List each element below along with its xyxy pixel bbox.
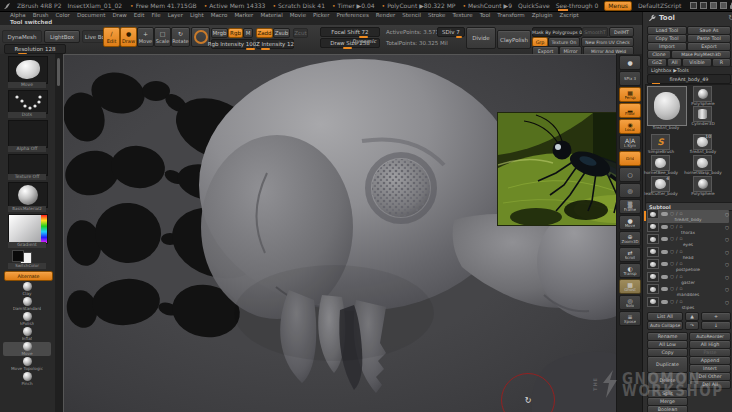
tool-thumb[interactable]: 4 leafCutter_body: [651, 176, 670, 192]
subtool-row[interactable]: ○ ∕ ▫ ○ fireAnt_body: [647, 210, 729, 223]
tool-thumb[interactable]: hornetWasp_body: [693, 155, 712, 171]
local-button[interactable]: ◉ Local: [619, 119, 641, 134]
menu-item[interactable]: Render: [376, 12, 396, 18]
switch-color-widget[interactable]: [8, 250, 46, 263]
rgb-intensity-slider[interactable]: Rgb Intensity 100: [211, 39, 253, 49]
subtool-row[interactable]: ○ ∕ ▫ ○ head: [647, 248, 729, 261]
palette-icon-2[interactable]: [700, 2, 707, 9]
menu-item[interactable]: Texture: [453, 12, 473, 18]
eye-icon[interactable]: ○: [670, 225, 674, 229]
sculpt-canvas[interactable]: ↻: [63, 54, 617, 412]
rotate-button[interactable]: ↻Rotate: [171, 27, 190, 47]
polypaint-toggle-icon[interactable]: [661, 225, 668, 229]
see-through-slider[interactable]: See-through 0: [556, 2, 599, 9]
subtool-row[interactable]: ○ ∕ ▫ ○ gaster: [647, 273, 729, 286]
polypaint-toggle-icon[interactable]: [661, 250, 668, 254]
lsym-button[interactable]: A|A L.Sym: [619, 135, 641, 150]
brush-toggle-icon[interactable]: ∕: [676, 237, 678, 241]
eye-icon[interactable]: ○: [670, 300, 674, 304]
polypaint-toggle-icon[interactable]: [661, 275, 668, 279]
zcut-button[interactable]: Zcut: [293, 28, 308, 38]
boolean-section-button[interactable]: Boolean: [647, 405, 688, 412]
mask-by-polygroups-slider[interactable]: Mask By Polygroups 0: [532, 27, 582, 37]
edit-button[interactable]: ∕Edit: [103, 27, 120, 47]
visibility-eye-icon[interactable]: ○: [725, 212, 729, 217]
z-intensity-slider[interactable]: Z Intensity 12: [256, 39, 294, 49]
menu-item[interactable]: Layer: [168, 12, 183, 18]
uv-icon[interactable]: ▫: [679, 262, 682, 266]
menu-item[interactable]: Tool: [480, 12, 491, 18]
quick-brush-button[interactable]: Clay: [3, 282, 51, 296]
brush-toggle-icon[interactable]: ∕: [676, 225, 678, 229]
alternate-button[interactable]: Alternate: [4, 271, 53, 281]
polypaint-toggle-icon[interactable]: [661, 262, 668, 266]
rgb-button[interactable]: Rgb: [228, 28, 243, 38]
frame-button[interactable]: ▒ Frame: [619, 199, 641, 214]
visibility-eye-icon[interactable]: ○: [725, 287, 729, 292]
list-all-button[interactable]: List All: [647, 312, 683, 321]
uv-icon[interactable]: ▫: [679, 287, 682, 291]
stroke-selector[interactable]: [8, 90, 48, 114]
visibility-eye-icon[interactable]: ○: [725, 237, 729, 242]
menu-item[interactable]: Material: [260, 12, 282, 18]
subtool-row[interactable]: ○ ∕ ▫ ○ mandibles: [647, 285, 729, 298]
material-selector[interactable]: [8, 182, 48, 208]
tool-thumb[interactable]: PolySphere: [693, 86, 712, 102]
subtool-row[interactable]: ○ ∕ ▫ ○ eyes: [647, 235, 729, 248]
persp-button[interactable]: ▦ Persp: [619, 87, 641, 102]
tray-scrollbar[interactable]: [55, 54, 63, 412]
tool-thumb[interactable]: PolySphere: [693, 176, 712, 192]
uv-icon[interactable]: ▫: [679, 300, 682, 304]
menu-item[interactable]: Movie: [290, 12, 306, 18]
visibility-eye-icon[interactable]: ○: [725, 262, 729, 267]
eye-icon[interactable]: ○: [670, 250, 674, 254]
see-dot-toggle-1[interactable]: ○: [619, 167, 641, 182]
brush-selector[interactable]: [8, 56, 48, 84]
active-tool-thumb[interactable]: [647, 86, 687, 126]
del-all-button[interactable]: Del All: [689, 380, 731, 389]
palette-icon-4[interactable]: [720, 2, 727, 9]
menu-item[interactable]: Zscript: [559, 12, 578, 18]
auto-collapse-button[interactable]: Auto Collapse: [647, 321, 683, 330]
menu-item[interactable]: Preferences: [336, 12, 368, 18]
color-picker[interactable]: [8, 214, 48, 244]
mrgb-button[interactable]: Mrgb: [211, 28, 228, 38]
scroll-button[interactable]: ⇄ Scroll: [619, 247, 641, 262]
solo-button[interactable]: ◎ Solo: [619, 295, 641, 310]
quicksave-button[interactable]: QuickSave: [518, 2, 550, 9]
uv-icon[interactable]: ▫: [679, 225, 682, 229]
bpr-render-button[interactable]: ●: [619, 55, 641, 70]
subtool-up-button[interactable]: ▲: [685, 312, 699, 321]
polypaint-toggle-icon[interactable]: [661, 212, 668, 216]
uv-icon[interactable]: ▫: [679, 250, 682, 254]
polypaint-toggle-icon[interactable]: [661, 287, 668, 291]
texture-selector[interactable]: [8, 154, 48, 176]
visibility-eye-icon[interactable]: ○: [725, 250, 729, 255]
eye-icon[interactable]: ○: [670, 237, 674, 241]
brush-toggle-icon[interactable]: ∕: [676, 262, 678, 266]
spix-slider[interactable]: SPix 3: [619, 71, 641, 86]
grid-button[interactable]: Grid: [619, 151, 641, 166]
lightbox-button[interactable]: LightBox: [44, 30, 80, 43]
xpose-button[interactable]: ≡ Xpose: [619, 311, 641, 326]
dynamesh-button[interactable]: DynaMesh: [2, 30, 42, 43]
brush-toggle-icon[interactable]: ∕: [676, 287, 678, 291]
palette-icon-3[interactable]: [710, 2, 717, 9]
menu-item[interactable]: Marker: [234, 12, 253, 18]
uv-icon[interactable]: ▫: [679, 212, 682, 216]
move-nav-button[interactable]: ● Move: [619, 215, 641, 230]
quick-brush-button[interactable]: Move Topologic: [3, 357, 51, 371]
zsub-button[interactable]: Zsub: [273, 28, 290, 38]
menu-item[interactable]: Edit: [134, 12, 145, 18]
eye-icon[interactable]: ○: [670, 287, 674, 291]
focal-shift-slider[interactable]: Focal Shift 72: [320, 27, 380, 37]
quick-brush-button[interactable]: Pinch: [3, 372, 51, 386]
floor-button[interactable]: ▂ Floor: [619, 103, 641, 118]
scale-button[interactable]: □Scale: [154, 27, 171, 47]
zadd-button[interactable]: Zadd: [256, 28, 273, 38]
menu-item[interactable]: Transform: [497, 12, 524, 18]
quick-brush-button[interactable]: DamStandard: [3, 297, 51, 311]
brush-toggle-icon[interactable]: ∕: [676, 300, 678, 304]
menus-button[interactable]: Menus: [604, 1, 632, 11]
delmt-button[interactable]: DelMT: [609, 27, 634, 37]
